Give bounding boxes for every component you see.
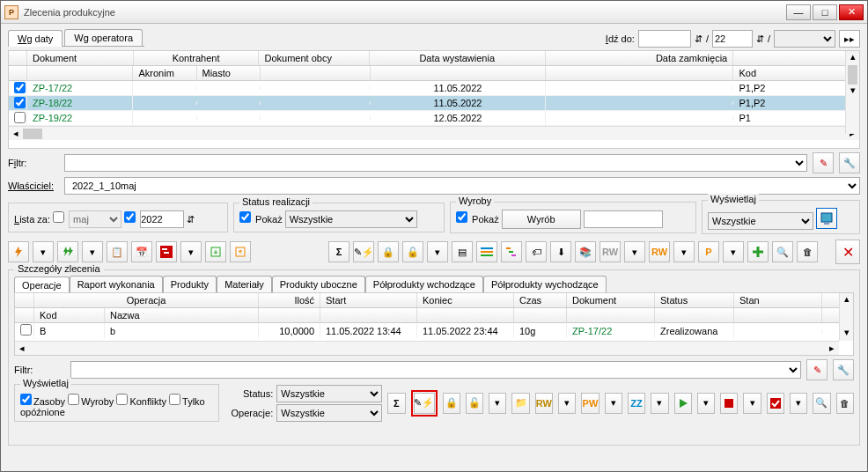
folder-button[interactable]: 📁 — [511, 393, 529, 414]
col-dokument[interactable]: Dokument — [27, 51, 134, 65]
dropdown-icon[interactable]: ▾ — [558, 393, 576, 414]
dtab-raport[interactable]: Raport wykonania — [70, 276, 163, 292]
search2-button[interactable]: 🔍 — [813, 393, 830, 414]
export-out-button[interactable] — [230, 241, 251, 262]
dtab-materialy[interactable]: Materiały — [217, 276, 272, 292]
lock-button[interactable]: 🔒 — [378, 241, 399, 262]
dropdown-icon[interactable]: ▾ — [82, 241, 103, 262]
dtab-polwy[interactable]: Półprodukty wychodzące — [483, 276, 607, 292]
delete-button[interactable]: 🗑 — [797, 241, 818, 262]
unlock2-button[interactable]: 🔓 — [466, 393, 483, 414]
sigma-button[interactable]: Σ — [328, 241, 349, 262]
download-button[interactable]: ⬇ — [550, 241, 571, 262]
search-button[interactable]: 🔍 — [772, 241, 793, 262]
lightning-multi-button[interactable] — [57, 241, 78, 262]
bottom-oper-combo[interactable]: Wszystkie — [276, 404, 382, 422]
table-row[interactable]: ZP-18/22 11.05.2022 P1,P2 — [9, 96, 859, 111]
dropdown-icon[interactable]: ▾ — [673, 241, 695, 262]
row-check[interactable] — [14, 82, 26, 93]
status-pokaz-check[interactable] — [239, 211, 251, 223]
tab-wg-operatora[interactable]: Wg operatora — [64, 29, 143, 46]
close-panel-button[interactable]: ✕ — [835, 240, 860, 264]
op-row[interactable]: B b 10,0000 11.05.2022 13:44 11.05.2022 … — [15, 323, 853, 338]
filter-edit-button[interactable]: ✎ — [813, 152, 834, 173]
unlock-button[interactable]: 🔓 — [402, 241, 423, 262]
dropdown-icon[interactable]: ▾ — [697, 393, 715, 414]
dropdown-icon[interactable]: ▾ — [723, 241, 744, 262]
year-check[interactable] — [124, 211, 136, 223]
year-spinner[interactable] — [140, 210, 184, 228]
maximize-button[interactable]: □ — [813, 4, 837, 20]
col-miasto[interactable]: Miasto — [197, 66, 261, 80]
col-kod[interactable]: Kod — [733, 66, 859, 80]
close-button[interactable]: ✕ — [839, 4, 864, 20]
export-in-button[interactable] — [205, 241, 226, 262]
wyrob-input[interactable] — [584, 210, 663, 228]
dtab-operacje[interactable]: Operacje — [14, 277, 70, 293]
stop-button[interactable] — [720, 393, 738, 414]
refresh-view-button[interactable] — [816, 208, 837, 229]
goto-button[interactable]: ▸▸ — [839, 30, 860, 48]
zasoby-check[interactable] — [20, 394, 32, 405]
goto-spinner1[interactable]: ⇵ — [695, 33, 702, 45]
calendar-button[interactable]: 📅 — [131, 241, 152, 262]
col-akronim[interactable]: Akronim — [133, 66, 196, 80]
goto-combo[interactable] — [774, 30, 835, 48]
books-button[interactable]: 📚 — [575, 241, 596, 262]
color-list-button[interactable] — [476, 241, 497, 262]
col-data-zamk[interactable]: Data zamknięcia — [546, 51, 733, 65]
wyrob-button[interactable]: Wyrób — [502, 210, 581, 229]
bottom-status-combo[interactable]: Wszystkie — [276, 385, 382, 402]
rw-orange-button[interactable]: RW — [649, 241, 670, 262]
filter2-config-button[interactable]: 🔧 — [833, 359, 854, 380]
play-button[interactable] — [674, 393, 692, 414]
delete2-button[interactable]: 🗑 — [836, 393, 854, 414]
dropdown-icon[interactable]: ▾ — [790, 393, 807, 414]
add-button[interactable] — [747, 241, 769, 262]
dropdown-icon[interactable]: ▾ — [605, 393, 622, 414]
sigma2-button[interactable]: Σ — [387, 393, 405, 414]
filter2-edit-button[interactable]: ✎ — [806, 359, 828, 380]
filter2-input[interactable] — [70, 361, 801, 379]
status-combo[interactable]: Wszystkie — [285, 210, 417, 228]
gantt-button[interactable] — [156, 241, 177, 262]
dropdown-icon[interactable]: ▾ — [651, 393, 668, 414]
lightning-button[interactable] — [8, 241, 29, 262]
rw-gray-button[interactable]: RW — [535, 393, 553, 414]
clipboard-button[interactable]: 📋 — [107, 241, 128, 262]
tab-wg-daty[interactable]: Wg daty — [8, 30, 63, 47]
wyswietlaj-combo[interactable]: Wszystkie — [708, 212, 813, 230]
wyroby-pokaz-check[interactable] — [456, 211, 467, 223]
dtab-produkty[interactable]: Produkty — [163, 276, 217, 292]
goto-spinner2[interactable]: ⇵ — [756, 33, 764, 45]
vscroll2[interactable]: ▴▾ — [839, 293, 853, 341]
dropdown-icon[interactable]: ▾ — [427, 241, 448, 262]
dtab-polw[interactable]: Półprodukty wchodzące — [365, 276, 483, 292]
year-spin-icon[interactable]: ⇵ — [187, 214, 195, 225]
row-check[interactable] — [14, 97, 26, 108]
dropdown-icon[interactable]: ▾ — [624, 241, 645, 262]
col-dok-obcy[interactable]: Dokument obcy — [259, 51, 369, 65]
month-check[interactable] — [53, 211, 64, 223]
list-button[interactable]: ▤ — [452, 241, 473, 262]
col-data-wyst[interactable]: Data wystawienia — [370, 51, 546, 65]
row-check[interactable] — [14, 112, 26, 123]
page-button[interactable]: P — [698, 241, 719, 262]
tag-button[interactable]: 🏷 — [526, 241, 547, 262]
dropdown-icon[interactable]: ▾ — [743, 393, 761, 414]
filter-config-button[interactable]: 🔧 — [839, 152, 860, 173]
hscroll2[interactable]: ◂▸ — [15, 341, 839, 355]
konflikty-check[interactable] — [116, 394, 128, 405]
minimize-button[interactable]: — — [786, 4, 811, 20]
lock2-button[interactable]: 🔒 — [443, 393, 460, 414]
check-button[interactable] — [767, 393, 784, 414]
hscroll[interactable]: ◂▸ — [9, 126, 859, 140]
rw-button[interactable]: RW — [600, 241, 621, 262]
goto-field1[interactable] — [638, 30, 691, 48]
dropdown-icon[interactable]: ▾ — [33, 241, 54, 262]
edit-lightning2-button[interactable]: ✎⚡ — [414, 393, 435, 414]
vscroll[interactable]: ▴▾ — [845, 51, 859, 134]
edit-lightning-button[interactable]: ✎⚡ — [353, 241, 374, 262]
table-row[interactable]: ZP-19/22 12.05.2022 P1 — [9, 111, 859, 126]
stair-button[interactable] — [501, 241, 522, 262]
